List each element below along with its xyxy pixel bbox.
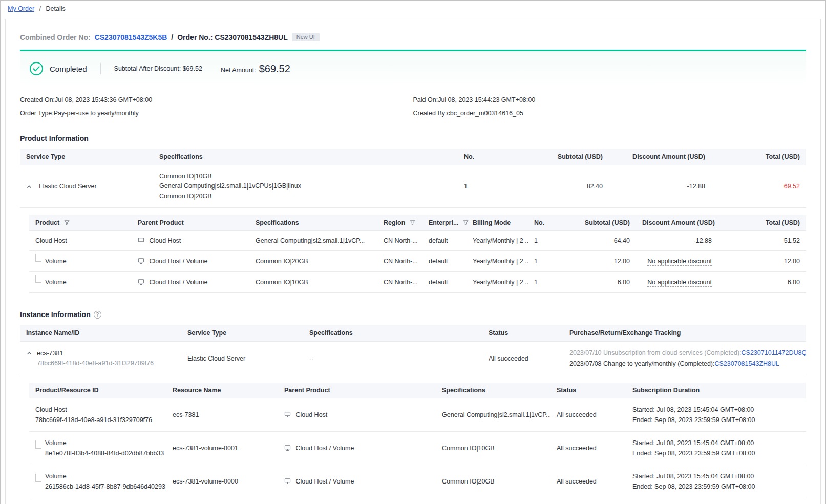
specs-cell: General Computing|si2.small.1|1vCP... (436, 398, 550, 432)
table-row: Volume Cloud Host / Volume Common IO|20G… (29, 251, 806, 272)
parent-product-cell: Cloud Host / Volume (278, 432, 436, 465)
specs-cell: Common IO|10GB (436, 432, 550, 465)
tree-connector (35, 440, 41, 449)
billing-cell: Yearly/Monthly | 2 ... (467, 231, 528, 251)
col-discount-amount: Discount Amount (USD) (609, 149, 711, 165)
collapse-toggle-icon[interactable] (26, 350, 32, 356)
breadcrumb-my-order-link[interactable]: My Order (8, 5, 34, 12)
subtotal-cell: 12.00 (562, 251, 636, 272)
col-discount-amount: Discount Amount (USD) (636, 215, 718, 231)
subtotal-after-discount: Subtotal After Discount: $69.52 (114, 65, 202, 72)
col-parent-product: Parent Product (278, 383, 436, 398)
col-billing-mode: Billing Mode (467, 215, 528, 231)
table-row: Cloud Host Cloud Host General Computing|… (29, 231, 806, 251)
subscription-duration-cell: Started: Jul 08, 2023 15:45:04 GMT+08:00… (626, 398, 806, 432)
combined-order-label: Combined Order No: (20, 33, 91, 41)
cloud-host-icon (138, 258, 144, 264)
status-divider (100, 63, 101, 74)
region-cell: CN North-... (377, 231, 422, 251)
subtotal-value: 82.40 (512, 165, 609, 208)
service-type-cell: Elastic Cloud Server (181, 342, 303, 375)
filter-icon[interactable] (463, 220, 469, 225)
help-icon[interactable]: ? (94, 311, 101, 319)
cloud-host-icon (138, 237, 144, 244)
created-on-text: Created On:Jul 08, 2023 15:43:36 GMT+08:… (20, 96, 413, 103)
tracking-text: 2023/07/08 Change to yearly/monthly (Com… (569, 360, 715, 367)
parent-product-cell: Cloud Host / Volume (278, 465, 436, 498)
net-amount-value: $69.52 (259, 63, 290, 75)
col-specifications: Specifications (303, 325, 482, 342)
cloud-host-icon (284, 445, 291, 451)
billing-cell: Yearly/Monthly | 2 ... (467, 272, 528, 293)
billing-cell: Yearly/Monthly | 2 ... (467, 251, 528, 272)
parent-product-cell: Cloud Host / Volume (132, 251, 249, 272)
order-meta: Created On:Jul 08, 2023 15:43:36 GMT+08:… (20, 96, 806, 117)
col-no: No. (528, 215, 562, 231)
filter-icon[interactable] (410, 220, 415, 225)
instance-information-title: Instance Information ? (20, 310, 806, 319)
col-enterprise: Enterpri... (422, 215, 467, 231)
total-cell: 51.52 (718, 231, 806, 251)
enterprise-cell: default (422, 231, 467, 251)
tracking-order-link[interactable]: CS23071011472DU8Q (742, 349, 806, 356)
order-status-text: Completed (50, 65, 87, 73)
region-cell: CN North-... (377, 272, 422, 293)
col-product-resource-id: Product/Resource ID (29, 383, 166, 398)
total-value: 69.52 (711, 165, 806, 208)
cloud-host-icon (284, 478, 291, 485)
no-applicable-discount-tooltip[interactable]: No applicable discount (647, 258, 712, 266)
col-subtotal: Subtotal (USD) (512, 149, 609, 165)
region-cell: CN North-... (377, 251, 422, 272)
instance-id: 78bc669f-418d-40e8-a91d-31f329709f76 (37, 359, 154, 368)
product-resource-id-cell: Volume 261586cb-14d8-45f7-8b87-9db646d40… (29, 465, 166, 498)
resource-name-cell: ecs-7381-volume-0000 (166, 465, 278, 498)
specifications-value: Common IO|10GB General Computing|si2.sma… (153, 165, 458, 208)
no-cell: 1 (528, 231, 562, 251)
status-cell: All succeeded (550, 398, 626, 432)
col-region: Region (377, 215, 422, 231)
quantity-value: 1 (458, 165, 512, 208)
instance-row: ecs-7381 78bc669f-418d-40e8-a91d-31f3297… (20, 342, 806, 375)
breadcrumb: My Order / Details (1, 1, 825, 17)
instance-name: ecs-7381 (37, 348, 154, 359)
status-cell: All succeeded (550, 465, 626, 498)
col-parent-product: Parent Product (132, 215, 249, 231)
status-cell: All succeeded (550, 432, 626, 465)
filter-icon[interactable] (64, 220, 70, 225)
col-status: Status (482, 325, 563, 342)
enterprise-cell: default (422, 251, 467, 272)
table-row: Volume Cloud Host / Volume Common IO|10G… (29, 272, 806, 293)
order-type-text: Order Type:Pay-per-use to yearly/monthly (20, 110, 413, 117)
col-service-type: Service Type (181, 325, 303, 342)
order-details-card: Combined Order No: CS2307081543Z5K5B / O… (5, 19, 821, 504)
col-resource-name: Resource Name (166, 383, 278, 398)
product-cell: Volume (29, 251, 132, 272)
collapse-toggle-icon[interactable] (26, 184, 32, 190)
no-applicable-discount-tooltip[interactable]: No applicable discount (647, 279, 712, 287)
col-instance-name-id: Instance Name/ID (20, 325, 181, 342)
no-cell: 1 (528, 251, 562, 272)
tracking-order-link[interactable]: CS2307081543ZH8UL (715, 360, 779, 367)
parent-product-cell: Cloud Host (278, 398, 436, 432)
subtotal-cell: 64.40 (562, 231, 636, 251)
col-no: No. (458, 149, 512, 165)
no-cell: 1 (528, 272, 562, 293)
tree-connector (35, 254, 41, 262)
discount-cell: No applicable discount (636, 251, 718, 272)
resource-subtable-wrap: Product/Resource ID Resource Name Parent… (29, 383, 806, 498)
product-summary-row: Elastic Cloud Server Common IO|10GB Gene… (20, 165, 806, 208)
col-status: Status (550, 383, 626, 398)
product-detail-subtable-wrap: Product Parent Product Specifications Re… (29, 215, 806, 293)
specs-cell: Common IO|20GB (436, 465, 550, 498)
product-information-table: Service Type Specifications No. Subtotal… (20, 149, 806, 208)
product-detail-table: Product Parent Product Specifications Re… (29, 215, 806, 293)
created-by-text: Created By:cbc_order_m00314616_05 (413, 110, 807, 117)
combined-order-number-link[interactable]: CS2307081543Z5K5B (95, 33, 167, 41)
resource-row: Volume 261586cb-14d8-45f7-8b87-9db646d40… (29, 465, 806, 498)
col-total: Total (USD) (718, 215, 806, 231)
subtotal-cell: 6.00 (562, 272, 636, 293)
tracking-text: 2023/07/10 Unsubscription from cloud ser… (569, 349, 742, 356)
status-cell: All succeeded (482, 342, 563, 375)
completed-check-icon (29, 61, 44, 76)
col-specifications: Specifications (153, 149, 458, 165)
